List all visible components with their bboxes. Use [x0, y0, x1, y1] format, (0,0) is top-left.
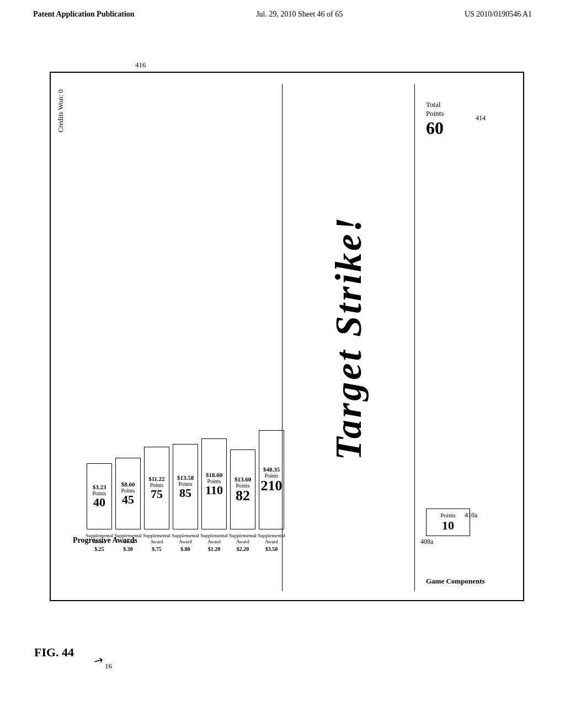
arrow-icon: ↗ [91, 652, 106, 668]
award-column-6: $48.35Points210SupplementalAward$3.50 [259, 430, 284, 553]
award-amount-0: $3.23 [93, 484, 106, 490]
award-box-4: $18.60Points110 [201, 438, 227, 529]
supplemental-3: SupplementalAward$.80 [172, 533, 199, 553]
header-date-sheet: Jul. 29, 2010 Sheet 46 of 65 [256, 10, 343, 19]
award-box-6: $48.35Points210 [259, 430, 284, 529]
supplemental-5: SupplementalAward$2.20 [229, 533, 257, 553]
ref-410a: 410a [465, 511, 477, 520]
ref-414: 414 [476, 114, 486, 122]
diagram-area: 416 Credits Won: 0 $3.23Points40Suppleme… [50, 61, 535, 623]
award-points-value-2: 75 [151, 488, 163, 500]
ref-16: 16 [105, 662, 112, 671]
award-box-2: $11.22Points75 [144, 447, 169, 529]
award-amount-2: $11.22 [148, 475, 165, 482]
supplemental-2: SupplementalAward$.75 [143, 533, 170, 553]
award-column-2: $11.22Points75SupplementalAward$.75 [144, 447, 169, 553]
award-points-value-1: 45 [122, 494, 134, 506]
page-header: Patent Application Publication Jul. 29, … [0, 0, 565, 23]
points-comp-value: 10 [442, 518, 454, 533]
award-points-value-6: 210 [261, 479, 282, 493]
total-points-display: Total Points 60 [426, 100, 444, 138]
target-strike-text: Target Strike! [327, 215, 370, 461]
total-label: Total [426, 100, 444, 109]
target-strike-section: Target Strike! [282, 84, 415, 591]
ref-408a: 408a [420, 538, 433, 546]
figure-label: FIG. 44 [34, 645, 74, 660]
outer-box: Credits Won: 0 $3.23Points40Supplemental… [50, 72, 524, 601]
award-amount-3: $13.58 [177, 474, 194, 481]
award-box-0: $3.23Points40 [87, 463, 112, 529]
award-amount-1: $8.60 [121, 481, 135, 488]
progressive-awards-label: Progressive Awards [73, 536, 137, 545]
ref-416: 416 [135, 61, 146, 69]
game-components-section: Total Points 60 414 Points 10 408a 410a … [415, 84, 525, 591]
total-value: 60 [426, 118, 444, 138]
award-column-5: $13.60Points82SupplementalAward$2.20 [230, 449, 255, 553]
award-points-value-0: 40 [93, 496, 105, 508]
supplemental-4: SupplementalAward$1.20 [200, 533, 228, 553]
award-box-5: $13.60Points82 [230, 449, 255, 529]
progressive-awards-section: $3.23Points40SupplementalAward$.25$8.60P… [67, 84, 282, 591]
award-box-3: $13.58Points85 [173, 444, 198, 529]
award-amount-5: $13.60 [234, 476, 251, 483]
award-amount-6: $48.35 [263, 466, 280, 473]
header-patent-number: US 2010/0190546 A1 [465, 10, 532, 19]
award-amount-4: $18.60 [206, 472, 222, 478]
points-component-box: Points 10 [426, 508, 470, 536]
award-points-value-5: 82 [236, 489, 250, 503]
award-points-value-3: 85 [179, 487, 191, 499]
supplemental-6: SupplementalAward$3.50 [258, 533, 285, 553]
award-column-3: $13.58Points85SupplementalAward$.80 [173, 444, 198, 553]
total-points-label: Points [426, 109, 444, 118]
award-points-value-4: 110 [205, 484, 223, 496]
award-box-1: $8.60Points45 [115, 458, 141, 529]
header-publication: Patent Application Publication [33, 10, 135, 19]
award-column-4: $18.60Points110SupplementalAward$1.20 [201, 438, 227, 553]
credits-won-label: Credits Won: 0 [56, 89, 65, 132]
points-comp-label: Points [440, 512, 456, 518]
game-components-label: Game Components [426, 577, 485, 586]
